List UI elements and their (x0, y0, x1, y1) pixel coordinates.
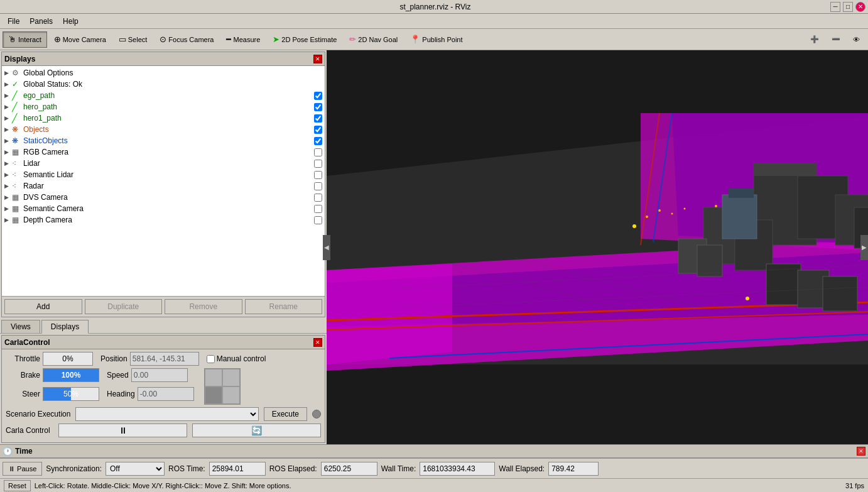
tree-item-semantic-camera[interactable]: ▶ ▦ Semantic Camera (3, 203, 323, 214)
hero1-path-checkbox[interactable] (314, 114, 322, 123)
semantic-cam-icon: ▦ (12, 204, 22, 213)
carla-ctrl-label: Carla Control (6, 426, 56, 435)
tree-item-objects[interactable]: ▶ ❋ Objects (3, 124, 323, 135)
2d-pose-button[interactable]: ➤ 2D Pose Estimate (267, 31, 342, 48)
tree-item-static-objects[interactable]: ▶ ❋ StaticObjects (3, 135, 323, 146)
gear-icon: ⚙ (12, 68, 22, 77)
scenario-row: Scenario Execution Execute (6, 407, 321, 421)
ros-time-value: 25894.01 (209, 462, 266, 476)
pause-bar[interactable]: ⏸ (58, 424, 187, 437)
menu-file[interactable]: File (3, 16, 24, 27)
pose-icon: ➤ (273, 35, 279, 44)
select-button[interactable]: ▭ Select (113, 31, 153, 48)
hero-path-checkbox[interactable] (314, 103, 322, 111)
semantic-camera-checkbox[interactable] (314, 205, 322, 213)
speed-input[interactable] (131, 368, 188, 382)
carla-close-button[interactable]: ✕ (313, 338, 322, 347)
tree-item-global-status[interactable]: ▶ ✓ Global Status: Ok (3, 79, 323, 90)
tree-arrow: ▶ (4, 205, 12, 212)
publish-point-button[interactable]: 📍 Publish Point (404, 31, 468, 48)
tree-item-hero-path[interactable]: ▶ ╱ hero_path (3, 101, 323, 112)
dvs-checkbox[interactable] (314, 194, 322, 202)
right-collapse-arrow[interactable]: ▶ (860, 235, 868, 260)
position-input[interactable] (130, 352, 199, 366)
focus-camera-button[interactable]: ⊙ Focus Camera (154, 31, 219, 48)
svg-marker-6 (327, 264, 452, 364)
sync-select[interactable]: Off Exact Approximate (106, 462, 165, 476)
measure-button[interactable]: ━ Measure (220, 31, 266, 48)
tree-item-rgb-camera[interactable]: ▶ ▦ RGB Camera (3, 146, 323, 158)
carla-ctrl-row: Carla Control ⏸ 🔄 (6, 424, 321, 437)
scenario-dropdown[interactable] (75, 407, 258, 421)
duplicate-button[interactable]: Duplicate (85, 299, 163, 314)
2d-nav-button[interactable]: ✏ 2D Nav Goal (344, 31, 403, 48)
objects-checkbox[interactable] (314, 126, 322, 134)
time-panel-title: Time (15, 447, 33, 456)
tree-item-semantic-lidar[interactable]: ▶ ⁖ Semantic Lidar (3, 169, 323, 180)
semantic-lidar-checkbox[interactable] (314, 171, 322, 179)
rgb-camera-checkbox[interactable] (314, 148, 322, 156)
heading-label: Heading (107, 390, 135, 398)
position-label: Position (100, 354, 127, 363)
displays-tree[interactable]: ▶ ⚙ Global Options ▶ ✓ Global Status: Ok… (2, 66, 325, 296)
carla-panel: CarlaControl ✕ Throttle Position Manual … (1, 335, 325, 443)
rename-button[interactable]: Rename (245, 299, 323, 314)
steer-label: Steer (6, 390, 40, 398)
pause-button[interactable]: ⏸ Pause (3, 462, 42, 476)
tree-item-radar[interactable]: ▶ ⁖ Radar (3, 180, 323, 192)
throttle-row: Throttle Position Manual control (6, 352, 321, 366)
radar-icon: ⁖ (12, 182, 22, 190)
tree-item-lidar[interactable]: ▶ ⁖ Lidar (3, 158, 323, 169)
reset-button[interactable]: Reset (4, 480, 31, 491)
close-button[interactable]: ✕ (855, 2, 865, 12)
add-icon-button[interactable]: ➕ (805, 31, 825, 48)
carla-panel-title: CarlaControl (4, 338, 50, 347)
displays-close-button[interactable]: ✕ (313, 55, 322, 63)
svg-rect-22 (722, 195, 757, 239)
tree-item-depth-camera[interactable]: ▶ ▦ Depth Camera (3, 214, 323, 226)
statusbar: Reset Left-Click: Rotate. Middle-Click: … (0, 478, 868, 492)
menu-panels[interactable]: Panels (24, 16, 58, 27)
manual-control-label: Manual control (207, 354, 266, 363)
tree-item-hero1-path[interactable]: ▶ ╱ hero1_path (3, 112, 323, 124)
remove-icon-button[interactable]: ➖ (826, 31, 846, 48)
static-objects-checkbox[interactable] (314, 137, 322, 145)
radar-checkbox[interactable] (314, 182, 322, 190)
brake-subrow: Brake 100% Speed (6, 368, 194, 382)
minimize-button[interactable]: ─ (830, 2, 840, 12)
speed-label: Speed (107, 371, 129, 380)
add-display-button[interactable]: Add (4, 299, 82, 314)
interact-button[interactable]: 🖱 Interact (3, 31, 47, 48)
lidar-checkbox[interactable] (314, 160, 322, 168)
depth-camera-checkbox[interactable] (314, 216, 322, 224)
displays-tab[interactable]: Displays (41, 320, 89, 334)
views-tab[interactable]: Views (1, 320, 40, 333)
maximize-button[interactable]: □ (843, 2, 853, 12)
steer-subrow: Steer 50% Heading (6, 387, 194, 401)
titlebar: st_planner.rviz - RViz ─ □ ✕ (0, 0, 868, 14)
manual-control-checkbox[interactable] (207, 355, 215, 363)
pause-icon: ⏸ (119, 425, 127, 435)
heading-input[interactable] (138, 387, 194, 401)
eye-icon-button[interactable]: 👁 (847, 31, 865, 48)
left-collapse-arrow[interactable]: ◀ (323, 235, 330, 260)
refresh-bar[interactable]: 🔄 (192, 424, 321, 437)
remove-button[interactable]: Remove (165, 299, 242, 314)
tree-arrow: ▶ (4, 183, 12, 189)
carla-panel-header: CarlaControl ✕ (2, 336, 325, 349)
throttle-input[interactable] (43, 352, 93, 366)
joystick-cell-bl (205, 386, 222, 404)
move-camera-button[interactable]: ⊕ Move Camera (48, 31, 112, 48)
viewport[interactable]: ▶ (327, 50, 868, 444)
menu-help[interactable]: Help (58, 16, 84, 27)
tree-label: Depth Camera (23, 216, 314, 224)
toolbar: 🖱 Interact ⊕ Move Camera ▭ Select ⊙ Focu… (0, 29, 868, 50)
tree-item-ego-path[interactable]: ▶ ╱ ego_path (3, 90, 323, 101)
camera-icon: ▦ (12, 148, 22, 156)
ego-path-checkbox[interactable] (314, 92, 322, 100)
tree-item-dvs-camera[interactable]: ▶ ▦ DVS Camera (3, 192, 323, 203)
time-close-button[interactable]: ✕ (857, 447, 865, 456)
execute-button[interactable]: Execute (264, 407, 307, 421)
tree-item-global-options[interactable]: ▶ ⚙ Global Options (3, 67, 323, 79)
svg-point-29 (632, 224, 636, 228)
